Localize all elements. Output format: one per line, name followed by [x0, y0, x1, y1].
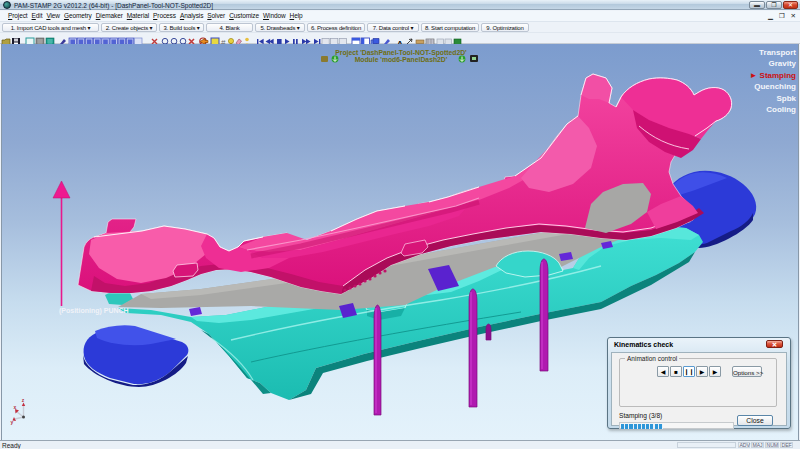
svg-text:x: x — [14, 404, 17, 410]
svg-text:y: y — [11, 419, 14, 425]
svg-text:z: z — [22, 397, 25, 403]
